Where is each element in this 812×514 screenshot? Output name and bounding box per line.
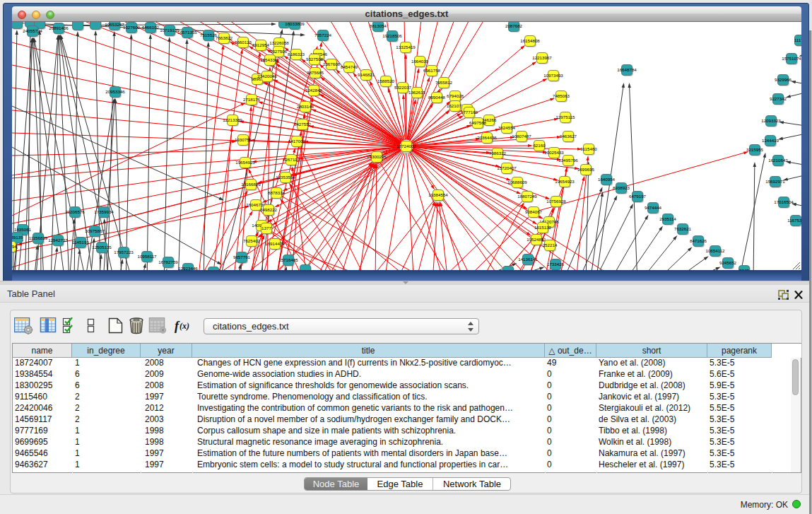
- svg-text:20206576: 20206576: [65, 209, 85, 214]
- svg-text:7485063: 7485063: [553, 93, 570, 98]
- svg-text:12093323: 12093323: [761, 118, 781, 123]
- svg-text:9329966: 9329966: [775, 77, 792, 82]
- svg-text:10973493: 10973493: [543, 73, 563, 78]
- svg-text:11156829: 11156829: [29, 235, 48, 240]
- svg-text:19654923: 19654923: [555, 179, 575, 184]
- svg-text:7632621: 7632621: [674, 226, 692, 231]
- svg-text:13226058: 13226058: [269, 40, 289, 45]
- svg-text:6417008: 6417008: [288, 139, 306, 144]
- svg-text:9242848: 9242848: [305, 88, 323, 93]
- svg-text:7663822: 7663822: [216, 35, 233, 40]
- svg-text:16210643: 16210643: [768, 158, 788, 163]
- svg-text:2803144: 2803144: [297, 104, 314, 109]
- svg-text:15716485: 15716485: [278, 257, 298, 262]
- svg-text:10025433: 10025433: [544, 150, 564, 155]
- svg-text:16543362: 16543362: [260, 57, 280, 62]
- svg-text:2718176: 2718176: [243, 97, 261, 102]
- svg-text:12942737: 12942737: [48, 238, 68, 243]
- svg-text:12505135: 12505135: [92, 245, 112, 250]
- svg-text:1377: 1377: [261, 226, 271, 230]
- svg-text:9327506: 9327506: [270, 49, 288, 54]
- svg-text:24055724: 24055724: [23, 28, 42, 33]
- svg-text:17359934: 17359934: [94, 209, 114, 214]
- svg-text:12213967: 12213967: [532, 55, 552, 60]
- svg-text:13325419: 13325419: [396, 45, 416, 49]
- svg-text:20891406: 20891406: [49, 25, 69, 30]
- svg-text:12213389: 12213389: [223, 117, 242, 122]
- svg-text:15692971: 15692971: [765, 179, 785, 184]
- svg-text:6961758: 6961758: [423, 68, 441, 73]
- svg-text:10807487: 10807487: [512, 134, 531, 139]
- svg-text:9115460: 9115460: [580, 146, 597, 151]
- svg-text:8938923: 8938923: [613, 185, 630, 190]
- svg-text:15751074: 15751074: [782, 56, 801, 61]
- svg-text:8813054: 8813054: [370, 23, 387, 28]
- svg-text:(x): (x): [180, 321, 189, 331]
- svg-text:7515526: 7515526: [200, 33, 218, 37]
- svg-text:12975115: 12975115: [555, 115, 575, 119]
- svg-text:11172: 11172: [794, 37, 801, 42]
- svg-text:1327602: 1327602: [123, 25, 141, 30]
- svg-text:10654112: 10654112: [705, 248, 725, 253]
- svg-text:14136141: 14136141: [518, 257, 538, 262]
- svg-text:2087682: 2087682: [505, 23, 523, 28]
- svg-text:3624554: 3624554: [498, 125, 516, 130]
- svg-text:6497568: 6497568: [469, 120, 487, 125]
- svg-text:16033809: 16033809: [285, 22, 305, 26]
- svg-text:9657791: 9657791: [233, 255, 251, 259]
- svg-text:8878334: 8878334: [268, 190, 286, 195]
- svg-text:10756928: 10756928: [546, 199, 566, 204]
- svg-text:6479197: 6479197: [629, 194, 647, 199]
- svg-text:15720407: 15720407: [497, 165, 517, 170]
- svg-text:18807249: 18807249: [517, 194, 537, 199]
- svg-text:9327508: 9327508: [306, 57, 324, 62]
- svg-text:16154808: 16154808: [520, 38, 540, 43]
- svg-text:9463627: 9463627: [560, 134, 577, 139]
- svg-text:6794028: 6794028: [447, 93, 464, 98]
- svg-text:9084067: 9084067: [525, 209, 543, 214]
- svg-text:8267110: 8267110: [283, 157, 300, 162]
- svg-text:1145193: 1145193: [72, 240, 89, 245]
- svg-text:1244419: 1244419: [762, 138, 779, 143]
- svg-text:7625402: 7625402: [243, 238, 261, 243]
- svg-text:16571355: 16571355: [177, 30, 197, 35]
- svg-text:16782759: 16782759: [158, 259, 178, 264]
- svg-text:2367608: 2367608: [323, 62, 341, 66]
- svg-text:8186323: 8186323: [288, 52, 305, 57]
- svg-text:17016504: 17016504: [774, 199, 794, 204]
- svg-text:23420046: 23420046: [257, 74, 277, 78]
- svg-text:12353594: 12353594: [276, 175, 295, 180]
- svg-text:10719135: 10719135: [160, 28, 180, 33]
- svg-text:9777169: 9777169: [461, 110, 478, 115]
- svg-text:9146821: 9146821: [358, 72, 375, 77]
- svg-text:1733426: 1733426: [547, 262, 565, 267]
- svg-text:3875685: 3875685: [307, 70, 324, 75]
- svg-text:1621072: 1621072: [447, 103, 464, 108]
- svg-text:7357224: 7357224: [314, 33, 332, 37]
- svg-text:25300295: 25300295: [367, 154, 387, 159]
- svg-text:39139: 39139: [12, 235, 23, 240]
- svg-text:2935114: 2935114: [659, 216, 676, 221]
- svg-text:6466102: 6466102: [142, 25, 160, 30]
- svg-text:30975867: 30975867: [85, 228, 105, 233]
- svg-text:16914479: 16914479: [265, 241, 285, 246]
- svg-text:1835061: 1835061: [14, 227, 32, 232]
- svg-text:9227342: 9227342: [770, 96, 787, 101]
- svg-text:7955812: 7955812: [435, 80, 453, 85]
- svg-text:8990448: 8990448: [428, 95, 446, 100]
- svg-text:16648784: 16648784: [617, 67, 637, 72]
- svg-text:8912954: 8912954: [252, 42, 270, 47]
- svg-text:10958117: 10958117: [137, 254, 157, 259]
- svg-text:1664039: 1664039: [411, 59, 429, 64]
- svg-text:1588520: 1588520: [377, 78, 395, 83]
- svg-text:8471626: 8471626: [690, 238, 707, 243]
- svg-text:19166829: 19166829: [241, 182, 261, 187]
- svg-text:20953346: 20953346: [105, 89, 125, 94]
- svg-text:19654923: 19654923: [235, 160, 255, 165]
- svg-text:17957223: 17957223: [114, 250, 134, 255]
- svg-text:8427552: 8427552: [294, 122, 312, 127]
- svg-text:9474444: 9474444: [645, 205, 662, 210]
- svg-text:20364436: 20364436: [477, 135, 497, 140]
- svg-text:53594: 53594: [12, 244, 17, 249]
- svg-text:19524851: 19524851: [526, 237, 546, 242]
